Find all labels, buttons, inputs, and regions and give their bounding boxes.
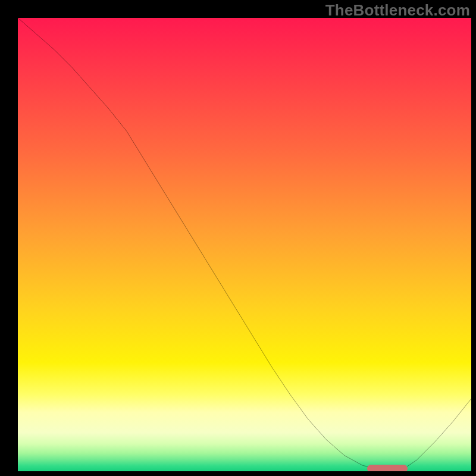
watermark-text: TheBottleneck.com xyxy=(325,1,470,20)
chart-stage: TheBottleneck.com xyxy=(0,0,476,476)
plot-area xyxy=(18,18,471,471)
curve-path xyxy=(18,18,471,468)
optimal-range-marker xyxy=(367,465,408,471)
bottleneck-curve xyxy=(18,18,471,471)
